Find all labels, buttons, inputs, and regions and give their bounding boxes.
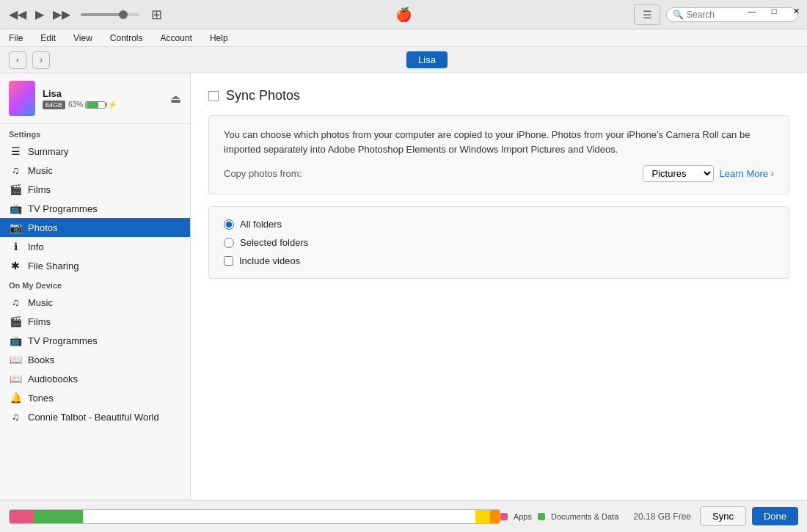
sidebar-item-photos[interactable]: 📷 Photos: [0, 218, 190, 237]
device-name-button[interactable]: Lisa: [406, 51, 448, 68]
close-button[interactable]: ✕: [785, 0, 807, 22]
menu-item-account[interactable]: Account: [158, 32, 195, 45]
transport-controls: ◀◀ ▶ ▶▶ ⊞: [0, 5, 172, 24]
battery-pct: 63%: [68, 101, 83, 109]
sidebar-item-label: TV Programmes: [28, 203, 98, 214]
apps-legend-label: Apps: [514, 512, 532, 521]
sync-button[interactable]: Sync: [700, 506, 746, 526]
sidebar-item-label: Connie Talbot - Beautiful World: [28, 412, 159, 423]
copy-from-label: Copy photos from:: [224, 167, 302, 181]
sync-header: Sync Photos: [208, 88, 789, 103]
storage-bar: [9, 509, 500, 524]
storage-legend: Apps Documents & Data: [500, 512, 618, 521]
apps-dot: [500, 513, 508, 520]
selected-folders-radio[interactable]: [224, 238, 234, 248]
yellow-segment: [475, 510, 490, 523]
menu-bar: FileEditViewControlsAccountHelp: [0, 29, 807, 47]
sidebar-item-connie[interactable]: ♫ Connie Talbot - Beautiful World: [0, 407, 190, 426]
sidebar-item-label: Tones: [28, 393, 54, 404]
content-area: Sync Photos You can choose which photos …: [191, 73, 807, 500]
sync-checkbox[interactable]: [208, 91, 219, 101]
info-icon: ℹ: [9, 241, 22, 252]
sidebar-item-films2[interactable]: 🎬 Films: [0, 312, 190, 331]
menu-item-view[interactable]: View: [70, 32, 95, 45]
music-icon: ♫: [9, 164, 22, 176]
sidebar-item-music[interactable]: ♫ Music: [0, 161, 190, 180]
settings-section-label: Settings: [0, 124, 190, 142]
sidebar-item-label: Audiobooks: [28, 374, 78, 385]
connie-icon: ♫: [9, 411, 22, 423]
device-badges: 64GB 63% ⚡: [43, 101, 170, 109]
sidebar-item-audiobooks[interactable]: 📖 Audiobooks: [0, 369, 190, 388]
menu-item-help[interactable]: Help: [207, 32, 231, 45]
sidebar-item-summary[interactable]: ☰ Summary: [0, 142, 190, 161]
tv-icon: 📺: [9, 203, 22, 214]
sidebar-item-books[interactable]: 📖 Books: [0, 350, 190, 369]
sidebar-item-label: Films: [28, 184, 51, 195]
sidebar-item-info[interactable]: ℹ Info: [0, 237, 190, 256]
selected-folders-label: Selected folders: [240, 237, 308, 248]
tv2-icon: 📺: [9, 335, 22, 346]
selected-folders-row: Selected folders: [224, 237, 774, 248]
volume-thumb: [119, 10, 128, 19]
menu-item-edit[interactable]: Edit: [37, 32, 59, 45]
fastforward-button[interactable]: ▶▶: [50, 6, 73, 23]
storage-badge: 64GB: [43, 101, 65, 109]
window-controls: — □ ✕: [741, 0, 807, 22]
sidebar-item-films[interactable]: 🎬 Films: [0, 180, 190, 199]
list-view-button[interactable]: ☰: [634, 4, 660, 25]
apps-segment: [10, 510, 34, 523]
photos-icon: 📷: [9, 222, 22, 233]
volume-slider[interactable]: [81, 13, 139, 16]
apple-logo: 🍎: [395, 7, 412, 23]
maximize-button[interactable]: □: [763, 0, 785, 22]
docs-legend-label: Documents & Data: [551, 512, 618, 521]
sidebar-item-tones[interactable]: 🔔 Tones: [0, 388, 190, 407]
sidebar: Lisa 64GB 63% ⚡ ⏏ Settings ☰ Summary: [0, 73, 191, 500]
orange-segment: [490, 510, 500, 523]
minimize-button[interactable]: —: [741, 0, 763, 22]
search-icon: 🔍: [673, 10, 684, 20]
include-videos-checkbox[interactable]: [224, 256, 233, 266]
device-info: Lisa 64GB 63% ⚡: [43, 88, 170, 109]
sidebar-item-filesharing[interactable]: ✱ File Sharing: [0, 256, 190, 275]
sidebar-item-tv[interactable]: 📺 TV Programmes: [0, 199, 190, 218]
menu-item-file[interactable]: File: [6, 32, 26, 45]
all-folders-label: All folders: [240, 219, 282, 230]
play-button[interactable]: ▶: [32, 6, 47, 23]
sidebar-item-label: TV Programmes: [28, 335, 98, 346]
sidebar-item-label: Music: [28, 165, 53, 176]
device-icon: [9, 81, 35, 116]
battery-visual: [85, 101, 106, 109]
include-videos-row: Include videos: [224, 255, 774, 266]
sidebar-item-label: File Sharing: [28, 260, 78, 272]
sidebar-item-music2[interactable]: ♫ Music: [0, 293, 190, 312]
info-text: You can choose which photos from your co…: [224, 128, 774, 156]
include-videos-label: Include videos: [239, 255, 300, 266]
back-button[interactable]: ‹: [9, 51, 26, 69]
options-box: All folders Selected folders Include vid…: [208, 206, 789, 279]
done-button[interactable]: Done: [752, 507, 798, 525]
charging-icon: ⚡: [108, 101, 117, 109]
forward-button[interactable]: ›: [32, 51, 50, 69]
music2-icon: ♫: [9, 296, 22, 308]
copy-from-select[interactable]: Pictures: [643, 165, 714, 182]
filesharing-icon: ✱: [9, 260, 22, 272]
learn-more-link[interactable]: Learn More ›: [720, 167, 774, 181]
nav-bar: ‹ › Lisa: [0, 47, 807, 73]
device-header: Lisa 64GB 63% ⚡ ⏏: [0, 73, 190, 124]
sidebar-item-tv2[interactable]: 📺 TV Programmes: [0, 331, 190, 350]
all-folders-radio[interactable]: [224, 219, 234, 230]
sidebar-item-label: Music: [28, 297, 53, 308]
eject-button[interactable]: ⏏: [170, 92, 181, 106]
films-icon: 🎬: [9, 183, 22, 195]
sidebar-item-label: Films: [28, 316, 51, 327]
rewind-button[interactable]: ◀◀: [6, 6, 29, 23]
sidebar-item-label: Info: [28, 241, 44, 252]
ondevice-section-label: On My Device: [0, 275, 190, 293]
menu-item-controls[interactable]: Controls: [107, 32, 146, 45]
docs-dot: [538, 513, 545, 520]
docs-segment: [34, 510, 83, 523]
airplay-button[interactable]: ⊞: [147, 5, 167, 24]
sidebar-item-label: Summary: [28, 146, 69, 157]
